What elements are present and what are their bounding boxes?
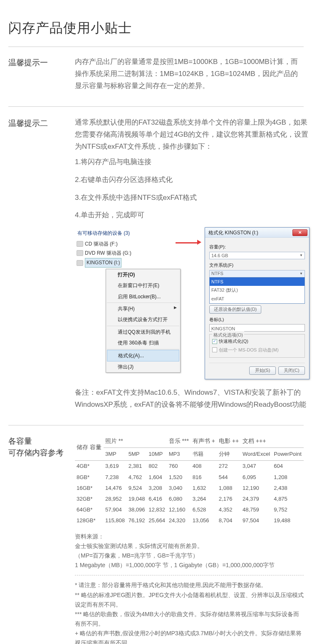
table-cell: 3,619 (104, 461, 127, 472)
usb-icon (77, 260, 83, 266)
table-row: 8GB*7,2384,7621,6041,5208165446,0951,208 (75, 472, 304, 483)
device-dvd-label: DVD RW 驱动器 (G:) (85, 249, 131, 257)
menu-share-label: 共享(H) (118, 306, 135, 312)
table-row: 16GB*14,4769,5243,2083,0401,6321,08812,1… (75, 483, 304, 494)
table-cell: 14,476 (104, 483, 127, 494)
footnote-1: * 请注意：部分容量将用于格式化和其他功能使用,因此不能用于数据存储。 (75, 580, 304, 590)
filesystem-combo[interactable]: NTFS ▼ (209, 270, 305, 278)
footnotes: * 请注意：部分容量将用于格式化和其他功能使用,因此不能用于数据存储。 ** 略… (75, 580, 304, 644)
table-cell: 6,080 (167, 494, 191, 504)
menu-bitlocker[interactable]: 启用 BitLocker(B)... (106, 291, 180, 302)
volume-label: 卷标(L) (209, 316, 305, 324)
col-movie: 电影 ++ (217, 435, 241, 448)
col-doc: 文档 +++ (241, 435, 304, 448)
device-cd-label: CD 驱动器 (F:) (85, 240, 118, 248)
volume-input[interactable]: KINGSTON (209, 324, 305, 332)
menu-share[interactable]: 共享(H)▶ (106, 303, 180, 314)
tip1-body: 内存产品出厂的容量通常是按照1MB=1000KB，1GB=1000MB计算，而操… (75, 56, 304, 92)
table-cell: 12,160 (167, 504, 191, 515)
device-cd[interactable]: CD 驱动器 (F:) (77, 239, 186, 248)
tip2-step3: 3.在文件系统中选择NTFS或exFAT格式 (75, 192, 310, 204)
format-options-label: 格式化选项(O) (212, 331, 244, 339)
sub-mp3: MP3 (167, 448, 191, 461)
tip2-step2: 2.右键单击闪存分区选择格式化 (75, 174, 310, 186)
sub-10mp: 10MP (147, 448, 167, 461)
fs-option-exfat[interactable]: exFAT (210, 295, 305, 303)
chevron-right-icon: ▶ (174, 305, 177, 311)
table-cell: 3,264 (191, 494, 217, 504)
checkbox-checked-icon: ✓ (212, 339, 217, 344)
table-cell: 19,048 (127, 494, 147, 504)
table-cell: 816 (191, 472, 217, 483)
table-cell: 2,176 (217, 494, 241, 504)
fs-option-ntfs[interactable]: NTFS (210, 278, 305, 286)
menu-qq[interactable]: 通过QQ发送到我的手机 (106, 327, 180, 337)
col-music: 音乐 *** (167, 435, 191, 448)
table-cell: 1,208 (272, 472, 304, 483)
menu-eject[interactable]: 弹出(J) (106, 361, 180, 372)
table-row: 32GB*28,95219,0486,4166,0803,2642,17624,… (75, 494, 304, 504)
sub-ppt: PowerPoint (272, 448, 304, 461)
footnote-3: *** 略估的歌曲数，假设为4MB大小的歌曲文件。实际存储结果将视压缩率与实际设… (75, 610, 304, 629)
table-cell: 1,520 (167, 472, 191, 483)
close-icon[interactable]: ✕ (292, 229, 307, 236)
format-dialog: 格式化 KINGSTON (I:) ✕ 容量(P): 14.6 GB ▼ 文件系… (205, 227, 310, 379)
table-cell: 9,752 (272, 504, 304, 515)
fs-option-fat32[interactable]: FAT32 (默认) (210, 286, 305, 295)
source-info: 资料来源： 金士顿实验室测试结果，实际情况可能有所差异。 （MP=百万像素，MB… (75, 532, 304, 570)
capacity-combo[interactable]: 14.6 GB ▼ (209, 252, 305, 259)
tip2-intro: 通常系统默认使用的FAT32磁盘系统支持单个文件的容量上限为4GB，如果您需要存… (75, 117, 310, 153)
sub-min: 分钟 (217, 448, 241, 461)
device-dvd[interactable]: DVD RW 驱动器 (G:) (77, 248, 186, 258)
msdos-checkbox: ✓ 创建一个 MS-DOS 启动盘(M) (212, 346, 302, 354)
table-cell: 4,352 (217, 504, 241, 515)
table-cell: 6,416 (147, 494, 167, 504)
table-cell: 16GB* (75, 483, 104, 494)
table-cell: 4GB* (75, 461, 104, 472)
table-cell: 3,047 (241, 461, 272, 472)
table-cell: 25,664 (147, 515, 167, 526)
page-title: 闪存产品使用小贴士 (8, 17, 304, 47)
table-cell: 2,438 (272, 483, 304, 494)
menu-format[interactable]: 格式化(A)... (107, 350, 179, 361)
col-storage: 储存 容量 (75, 435, 104, 461)
capacity-label: 各容量 可存储内容参考 (8, 435, 75, 644)
tip2-label: 温馨提示二 (8, 117, 75, 414)
filesystem-label: 文件系统(F) (209, 261, 305, 269)
table-cell: 9,524 (127, 483, 147, 494)
table-cell: 32GB* (75, 494, 104, 504)
checkbox-empty-icon: ✓ (212, 347, 217, 352)
table-row: 64GB*57,90438,09612,83212,1606,5284,3524… (75, 504, 304, 515)
arrow-icon (192, 227, 200, 335)
table-cell: 1,632 (191, 483, 217, 494)
filesystem-dropdown: NTFS FAT32 (默认) exFAT (209, 277, 305, 304)
table-cell: 76,192 (127, 515, 147, 526)
table-cell: 2,381 (127, 461, 147, 472)
device-kingston[interactable]: KINGSTON (I:) (77, 258, 186, 268)
table-cell: 28,952 (104, 494, 127, 504)
menu-open-new[interactable]: 在新窗口中打开(E) (106, 280, 180, 291)
start-button[interactable]: 开始(S) (249, 366, 276, 375)
menu-scan[interactable]: 使用 360杀毒 扫描 (106, 337, 180, 348)
source-l4: 1 Megabyte（MB）=1,000,000字 节，1 Gigabyte（G… (75, 560, 304, 570)
table-cell: 38,096 (127, 504, 147, 515)
close-button[interactable]: 关闭(C) (278, 366, 305, 375)
table-cell: 12,832 (147, 504, 167, 515)
menu-portable[interactable]: 以便携式设备方式打开 (106, 314, 180, 325)
capacity-label-l1: 各容量 (8, 435, 75, 447)
col-audio: 有声书 + (191, 435, 217, 448)
capacity-section: 各容量 可存储内容参考 储存 容量 照片 ** 音乐 *** 有声书 + 电影 … (8, 435, 304, 644)
tip1-section: 温馨提示一 内存产品出厂的容量通常是按照1MB=1000KB，1GB=1000M… (8, 56, 304, 107)
sub-wordexcel: Word/Excel (241, 448, 272, 461)
menu-open[interactable]: 打开(O) (106, 269, 180, 280)
table-row: 4GB*3,6192,3818027604082723,047604 (75, 461, 304, 472)
table-cell: 3,040 (167, 483, 191, 494)
table-cell: 24,320 (167, 515, 191, 526)
capacity-label-l2: 可存储内容参考 (8, 447, 75, 459)
table-cell: 24,379 (241, 494, 272, 504)
tip2-section: 温馨提示二 通常系统默认使用的FAT32磁盘系统支持单个文件的容量上限为4GB，… (8, 117, 304, 425)
restore-defaults-button[interactable]: 还原设备的默认值(D) (209, 305, 261, 314)
table-cell: 6,095 (241, 472, 272, 483)
devices-header: 有可移动存储的设备 (3) (77, 229, 186, 237)
context-menu: 打开(O) 在新窗口中打开(E) 启用 BitLocker(B)... 共享(H… (106, 269, 181, 373)
